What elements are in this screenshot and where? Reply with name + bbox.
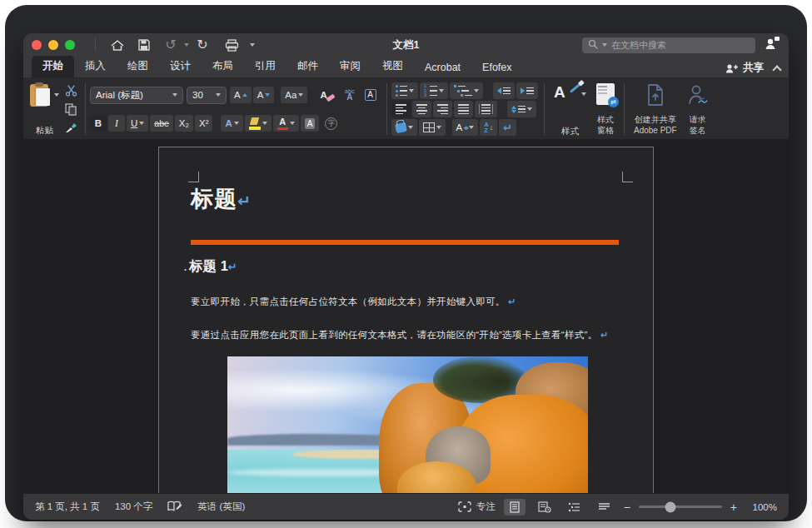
character-scaling-button[interactable]: A◂▸ [452,119,479,136]
tab-references[interactable]: 引用 [244,56,286,77]
styles-pane-button[interactable]: ⇄ 样式窗格 [591,81,620,137]
copy-icon[interactable] [62,102,79,117]
zoom-slider[interactable] [639,506,722,508]
text-effects-button[interactable]: A [221,115,242,132]
redo-icon[interactable]: ↻ [193,36,212,54]
body-paragraph[interactable]: 要通过点击应用您在此页面上看到的任何文本格式，请在功能区的“开始”选项卡上查看“… [191,329,624,341]
paste-dropdown-caret-icon[interactable] [54,93,59,97]
font-size-select[interactable]: 30 [187,87,227,104]
subscript-button[interactable]: X₂ [175,115,193,132]
line-spacing-button[interactable] [507,101,536,117]
draft-view-button[interactable] [594,499,615,516]
decrease-indent-button[interactable] [493,82,515,99]
tab-design[interactable]: 设计 [159,56,202,77]
document-page[interactable]: 标题↵ .标题 1↵ 要立即开始，只需点击任何占位符文本（例如此文本）并开始键入… [158,147,654,493]
document-title-text[interactable]: 标题↵ [191,184,252,214]
close-button[interactable] [32,40,42,50]
zoom-slider-thumb[interactable] [665,501,675,512]
tab-mailings[interactable]: 邮件 [286,56,329,77]
font-name-select[interactable]: Arial (标题) [90,87,183,104]
publishing-layout-view-button[interactable] [534,499,555,516]
zoom-out-button[interactable]: − [624,501,630,514]
collapse-ribbon-icon[interactable] [772,65,781,74]
align-right-button[interactable] [433,101,452,117]
multilevel-list-button[interactable] [450,82,484,99]
dropdown-caret-icon [234,122,239,125]
print-dropdown-caret-icon[interactable] [250,43,255,47]
proofing-icon[interactable] [167,501,182,514]
cut-icon[interactable] [62,83,79,98]
bullets-button[interactable] [391,82,419,99]
clear-formatting-button[interactable]: A [316,87,338,103]
group-separator [624,83,625,135]
strikethrough-button[interactable]: abe [150,115,173,132]
show-formatting-marks-button[interactable]: ↵ [499,119,516,136]
document-image[interactable] [227,356,588,493]
dropdown-caret-icon [262,122,267,125]
create-share-pdf-button[interactable]: 创建并共享Adobe PDF [629,81,682,137]
undo-icon[interactable]: ↺ [162,36,180,54]
increase-indent-button[interactable] [516,82,538,99]
maximize-button[interactable] [65,40,75,50]
home-icon[interactable] [108,36,127,54]
character-shading-button[interactable]: A [301,115,320,132]
print-icon[interactable] [222,36,241,54]
character-border-button[interactable]: A [361,87,381,103]
shading-button[interactable] [391,119,417,136]
share-button[interactable]: 共享 [725,61,764,75]
phonetic-guide-button[interactable]: abc A [341,87,359,103]
tab-acrobat[interactable]: Acrobat [414,58,471,77]
focus-label[interactable]: 专注 [476,501,496,513]
align-left-button[interactable] [391,101,411,117]
change-case-button[interactable]: Aa [281,87,307,103]
format-painter-icon[interactable] [62,120,79,135]
zoom-in-button[interactable]: + [730,501,737,514]
superscript-button[interactable]: X² [195,115,213,132]
heading-1-text[interactable]: .标题 1↵ [184,257,237,276]
justify-button[interactable] [454,101,473,117]
shrink-font-button[interactable]: A [253,87,275,103]
distribute-text-button[interactable] [475,101,497,117]
font-color-button[interactable]: A [273,115,299,132]
print-layout-view-button[interactable] [504,499,526,516]
tab-insert[interactable]: 插入 [74,56,117,77]
search-input[interactable] [611,40,750,50]
underline-button[interactable]: U [127,115,148,132]
tab-layout[interactable]: 布局 [202,56,244,77]
request-signature-button[interactable]: 请求签名 [682,81,714,137]
grow-font-button[interactable]: A [230,87,252,103]
tab-efofex[interactable]: Efofex [471,58,522,77]
paragraph-mark: ↵ [600,330,609,340]
bold-button[interactable]: B [90,115,107,132]
focus-icon[interactable] [458,501,471,512]
paste-button[interactable]: 粘贴 [28,81,61,137]
tab-home[interactable]: 开始 [32,56,74,77]
search-box[interactable] [582,37,755,53]
dropdown-caret-icon [436,126,441,129]
search-scope-caret-icon[interactable] [602,43,607,47]
sort-button[interactable]: AZ ↓ [480,119,497,136]
language-selector[interactable]: 英语 (英国) [197,501,245,513]
ribbon-tabbar: 开始 插入 绘图 设计 布局 引用 邮件 审阅 视图 Acrobat Efofe… [23,57,789,77]
minimize-button[interactable] [48,40,58,50]
outline-view-button[interactable] [564,499,585,516]
numbering-button[interactable]: 1 2 3 [420,82,448,99]
document-area[interactable]: 标题↵ .标题 1↵ 要立即开始，只需点击任何占位符文本（例如此文本）并开始键入… [23,140,789,493]
enclose-characters-button[interactable]: 字 [321,115,341,132]
align-center-button[interactable] [412,101,431,117]
tab-draw[interactable]: 绘图 [117,56,159,77]
zoom-level[interactable]: 100% [745,502,777,512]
paint-bucket-icon [394,122,406,132]
word-count[interactable]: 130 个字 [115,501,152,513]
italic-button[interactable]: I [108,115,125,132]
undo-dropdown-caret-icon[interactable] [184,43,189,47]
tab-review[interactable]: 审阅 [329,56,371,77]
body-paragraph[interactable]: 要立即开始，只需点击任何占位符文本（例如此文本）并开始键入即可。 ↵ [191,296,624,308]
borders-button[interactable] [419,119,446,136]
page-info[interactable]: 第 1 页, 共 1 页 [35,501,100,513]
save-icon[interactable] [135,36,153,54]
styles-button[interactable]: A 样式 [549,81,591,137]
tab-view[interactable]: 视图 [371,56,414,77]
highlight-color-button[interactable] [245,115,271,132]
account-icon[interactable] [764,36,780,54]
